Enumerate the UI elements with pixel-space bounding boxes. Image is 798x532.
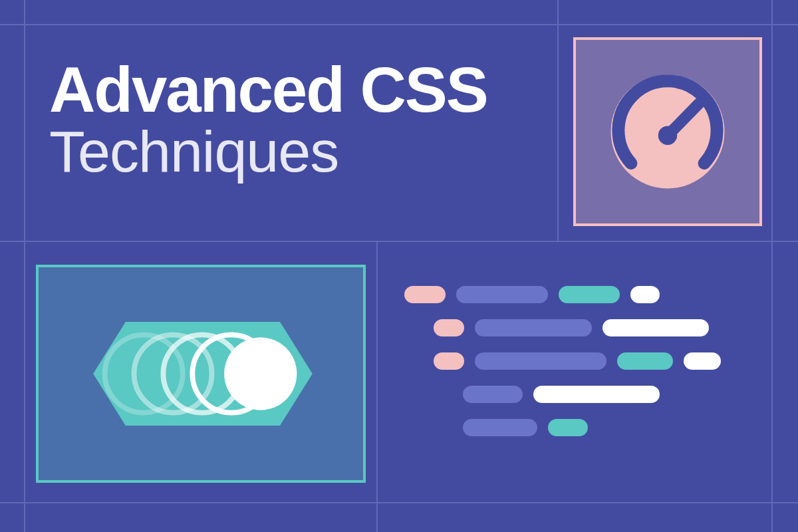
performance-gauge-card (573, 37, 762, 226)
svg-point-7 (224, 337, 297, 410)
motion-trail-icon (39, 267, 363, 480)
title-line-2: Techniques (49, 120, 487, 184)
page-title: Advanced CSS Techniques (49, 57, 487, 184)
grid-line (557, 0, 559, 241)
grid-line (376, 241, 378, 532)
grid-line (0, 24, 798, 25)
grid-line (771, 0, 773, 532)
title-line-1: Advanced CSS (49, 57, 487, 122)
grid-line (24, 0, 25, 532)
code-tokens-icon (404, 286, 763, 436)
gauge-icon (604, 68, 731, 195)
animation-card (36, 265, 366, 483)
grid-line (0, 241, 798, 242)
code-snippet-card (404, 286, 763, 479)
grid-line (0, 502, 798, 503)
